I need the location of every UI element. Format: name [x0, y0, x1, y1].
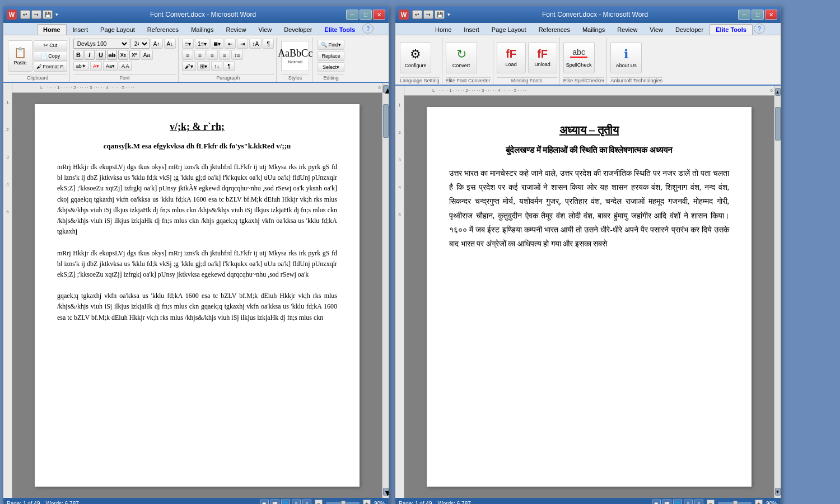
- load-button[interactable]: fF Load: [497, 42, 526, 73]
- outline-icon[interactable]: ≡: [292, 500, 301, 504]
- font-size-selector[interactable]: 24: [130, 39, 150, 49]
- tab-mailings[interactable]: Mailings: [185, 24, 220, 35]
- justify-button[interactable]: ≡: [219, 50, 230, 60]
- right-scroll-up-arrow[interactable]: ▲: [775, 88, 781, 96]
- copy-button[interactable]: 📄 Copy: [34, 51, 67, 61]
- decrease-indent-button[interactable]: ⇤: [225, 39, 236, 49]
- align-center-button[interactable]: ≡: [194, 50, 206, 60]
- numbering-button[interactable]: 1≡▾: [195, 39, 209, 49]
- font-size-grow2[interactable]: A A: [119, 61, 132, 71]
- right-tab-references[interactable]: References: [533, 24, 576, 35]
- line-spacing-button[interactable]: ↕≡: [231, 50, 243, 60]
- replace-button[interactable]: Replace: [318, 51, 344, 61]
- tab-references[interactable]: References: [141, 24, 185, 35]
- web-layout-icon[interactable]: 🌐: [281, 500, 290, 504]
- zoom-in-button[interactable]: +: [363, 500, 371, 504]
- draft-icon[interactable]: ≡: [302, 500, 311, 504]
- format-painter-button[interactable]: 🖌 Format P.: [34, 62, 67, 72]
- right-maximize-button[interactable]: □: [752, 10, 764, 20]
- align-left-button[interactable]: ≡: [182, 50, 193, 60]
- close-button[interactable]: ✕: [373, 10, 385, 20]
- right-tab-elite-tools[interactable]: Elite Tools: [710, 24, 753, 35]
- right-doc-scroll[interactable]: अध्याय – तृतीय बुंदेलखण्ड में महिलाओं की…: [404, 96, 774, 498]
- grow-font-button[interactable]: A↑: [151, 39, 163, 49]
- minimize-button[interactable]: ─: [346, 10, 358, 20]
- scroll-up-arrow[interactable]: ▲: [383, 85, 389, 93]
- right-draft-icon[interactable]: ≡: [694, 500, 703, 504]
- right-tab-home[interactable]: Home: [429, 24, 458, 35]
- paste-button[interactable]: 📋 Paste: [8, 40, 32, 72]
- pilcrow-button[interactable]: ¶: [223, 61, 235, 71]
- print-layout-icon[interactable]: ▣: [260, 500, 269, 504]
- tab-insert[interactable]: Insert: [67, 24, 95, 35]
- subscript-button[interactable]: X₂: [118, 50, 128, 60]
- right-tab-mailings[interactable]: Mailings: [576, 24, 611, 35]
- right-doc-body[interactable]: उत्तर भारत का मानचेस्टर कहे जाने वाले, उ…: [449, 166, 729, 251]
- sort2-button[interactable]: ↑↓: [211, 61, 222, 71]
- save-button[interactable]: 💾: [43, 10, 53, 19]
- right-redo-button[interactable]: ↪: [423, 10, 433, 19]
- tab-elite-tools[interactable]: Elite Tools: [318, 24, 361, 35]
- tab-review[interactable]: Review: [220, 24, 252, 35]
- about-button[interactable]: ℹ About Us: [610, 42, 642, 73]
- redo-button[interactable]: ↪: [31, 10, 41, 19]
- right-help-icon[interactable]: ?: [754, 24, 765, 34]
- select-button[interactable]: Select▾: [318, 62, 344, 72]
- right-tab-page-layout[interactable]: Page Layout: [486, 24, 533, 35]
- scroll-thumb[interactable]: [383, 104, 389, 138]
- full-reading-icon[interactable]: 📖: [270, 500, 279, 504]
- right-tab-insert[interactable]: Insert: [458, 24, 486, 35]
- right-tab-view[interactable]: View: [643, 24, 669, 35]
- left-doc-body[interactable]: mRrj Hkkjr dk ekupsLVj dgs tkus okys] mR…: [57, 162, 337, 323]
- align-right-button[interactable]: ≡: [207, 50, 218, 60]
- right-close-button[interactable]: ✕: [765, 10, 777, 20]
- right-scroll-down-arrow[interactable]: ▼: [775, 488, 781, 496]
- right-zoom-slider[interactable]: [718, 502, 752, 504]
- bold-button[interactable]: B: [73, 50, 83, 60]
- cut-button[interactable]: ✂ Cut: [34, 40, 67, 50]
- clear-format-button[interactable]: Aa: [141, 50, 153, 60]
- right-zoom-slider-thumb[interactable]: [733, 501, 738, 504]
- styles-preview[interactable]: AaBbCc Normal: [281, 41, 309, 71]
- sort-button[interactable]: ↕A: [249, 39, 262, 49]
- zoom-slider-thumb[interactable]: [341, 501, 346, 504]
- tab-view[interactable]: View: [253, 24, 278, 35]
- zoom-slider[interactable]: [326, 502, 360, 504]
- right-scrollbar[interactable]: ▲ ▼: [774, 86, 781, 498]
- tab-developer[interactable]: Developer: [278, 24, 318, 35]
- show-hide-button[interactable]: ¶: [263, 39, 274, 49]
- right-undo-button[interactable]: ↩: [412, 10, 422, 19]
- convert-button[interactable]: ↻ Convert: [446, 42, 477, 73]
- right-minimize-button[interactable]: ─: [738, 10, 750, 20]
- undo-button[interactable]: ↩: [20, 10, 30, 19]
- zoom-out-button[interactable]: −: [315, 500, 323, 504]
- unload-button[interactable]: fF Unload: [528, 42, 557, 73]
- strikethrough-button[interactable]: ab: [107, 50, 117, 60]
- left-scrollbar[interactable]: ▲ ▼: [382, 83, 389, 498]
- right-full-reading-icon[interactable]: 📖: [662, 500, 671, 504]
- right-zoom-in-button[interactable]: +: [755, 500, 763, 504]
- find-button[interactable]: 🔍 Find▾: [318, 40, 344, 50]
- configure-button[interactable]: ⚙ Configure: [400, 42, 431, 73]
- right-tab-review[interactable]: Review: [611, 24, 643, 35]
- right-web-layout-icon[interactable]: 🌐: [673, 500, 682, 504]
- right-zoom-out-button[interactable]: −: [707, 500, 715, 504]
- borders-button[interactable]: ⊞▾: [197, 61, 210, 71]
- spellcheck-button[interactable]: abc SpellCheck: [563, 42, 595, 73]
- text-highlight-button[interactable]: ab✦: [73, 61, 89, 71]
- shrink-font-button[interactable]: A↓: [164, 39, 176, 49]
- font-color-button[interactable]: A▾: [90, 61, 102, 71]
- right-scroll-thumb[interactable]: [775, 107, 781, 141]
- italic-button[interactable]: I: [85, 50, 95, 60]
- superscript-button[interactable]: X²: [129, 50, 139, 60]
- right-save-button[interactable]: 💾: [435, 10, 445, 19]
- font-name-selector[interactable]: DevLys 100: [73, 39, 129, 49]
- maximize-button[interactable]: □: [360, 10, 372, 20]
- tab-home[interactable]: Home: [37, 24, 67, 35]
- right-tab-developer[interactable]: Developer: [669, 24, 710, 35]
- right-outline-icon[interactable]: ≡: [684, 500, 693, 504]
- bullets-button[interactable]: ≡▾: [182, 39, 194, 49]
- scroll-down-arrow[interactable]: ▼: [383, 488, 389, 496]
- shading-button[interactable]: 🖌▾: [182, 61, 196, 71]
- case-button[interactable]: Aa▾: [103, 61, 118, 71]
